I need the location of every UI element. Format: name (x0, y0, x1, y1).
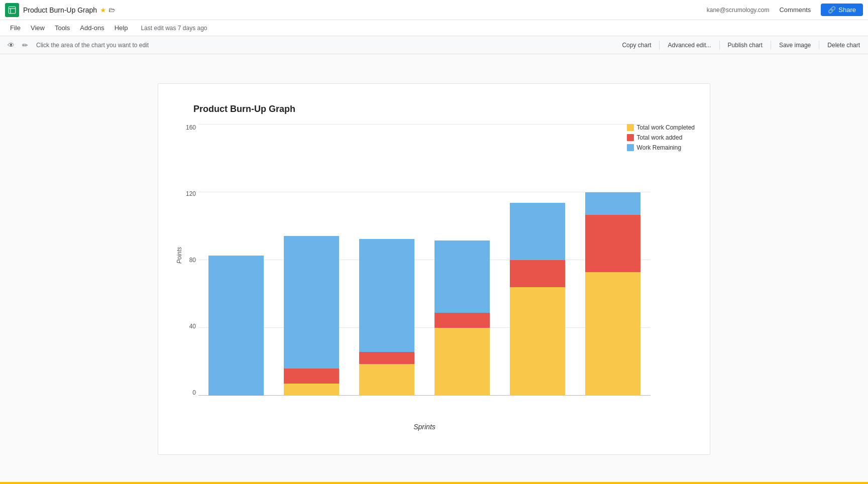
bar-blue-1 (284, 236, 339, 369)
bar-blue-2 (359, 239, 414, 352)
bar-yellow-2 (359, 364, 414, 396)
menu-addons[interactable]: Add-ons (75, 22, 109, 34)
comments-button[interactable]: Comments (775, 4, 815, 16)
bar-blue-3 (435, 240, 490, 313)
chart-action-buttons: Copy chart Advanced edit... Publish char… (618, 40, 864, 51)
menu-bar: File View Tools Add-ons Help Last edit w… (0, 20, 868, 36)
svg-rect-0 (9, 7, 16, 14)
legend-swatch-blue (627, 144, 634, 151)
chart-area: Points 0 40 80 120 160 (198, 125, 650, 396)
bar-red-4 (510, 260, 565, 287)
chart-title: Product Burn-Up Graph (193, 104, 700, 114)
menu-help[interactable]: Help (110, 22, 133, 34)
main-content: Product Burn-Up Graph Points 0 40 80 120… (0, 54, 868, 484)
bar-group-2 (359, 239, 414, 396)
legend-label-yellow: Total work Completed (637, 124, 695, 131)
bar-red-5 (585, 215, 640, 272)
bar-yellow-3 (435, 328, 490, 396)
separator (819, 41, 819, 50)
bars-container (198, 125, 650, 396)
share-label: Share (838, 6, 856, 14)
bar-group-0 (208, 256, 264, 396)
legend-label-red: Total work added (637, 134, 683, 141)
copy-chart-button[interactable]: Copy chart (618, 40, 655, 51)
x-axis-title: Sprints (198, 423, 650, 431)
share-icon: 🔗 (828, 6, 836, 14)
menu-file[interactable]: File (5, 22, 26, 34)
edit-hint: Click the area of the chart you want to … (36, 42, 149, 49)
chart-container[interactable]: Product Burn-Up Graph Points 0 40 80 120… (158, 83, 710, 455)
bar-blue-0 (208, 256, 264, 396)
bar-blue-5 (585, 192, 640, 215)
bar-red-3 (435, 313, 490, 328)
legend-item-red: Total work added (627, 134, 695, 141)
delete-chart-button[interactable]: Delete chart (823, 40, 864, 51)
bar-group-4 (510, 203, 565, 396)
y-label-160: 160 (176, 125, 196, 131)
title-right-actions: kane@scrumology.com Comments 🔗 Share (707, 4, 863, 16)
y-axis-labels: 0 40 80 120 160 (176, 125, 196, 396)
bar-yellow-1 (284, 384, 339, 396)
separator (659, 41, 660, 50)
bar-group-5 (585, 192, 640, 396)
yellow-bottom-bar (0, 482, 868, 484)
bar-group-3 (435, 240, 490, 396)
star-icon[interactable]: ★ (100, 6, 106, 14)
document-title: Product Burn-Up Graph (23, 6, 97, 14)
bar-red-2 (359, 352, 414, 364)
edit-icon[interactable]: ✏ (18, 38, 32, 52)
y-label-80: 80 (176, 257, 196, 263)
legend-item-blue: Work Remaining (627, 144, 695, 151)
bar-yellow-4 (510, 287, 565, 396)
preview-icon[interactable]: 👁 (4, 38, 18, 52)
chart-toolbar: 👁 ✏ Click the area of the chart you want… (0, 36, 868, 54)
bar-blue-4 (510, 203, 565, 260)
user-email: kane@scrumology.com (707, 7, 770, 14)
title-bar: Product Burn-Up Graph ★ 🗁 kane@scrumolog… (0, 0, 868, 20)
legend-swatch-red (627, 134, 634, 141)
legend-label-blue: Work Remaining (637, 144, 681, 151)
share-button[interactable]: 🔗 Share (821, 4, 863, 16)
y-label-120: 120 (176, 191, 196, 197)
bar-group-1 (284, 236, 339, 396)
y-label-0: 0 (176, 390, 196, 396)
bar-yellow-5 (585, 272, 640, 396)
menu-tools[interactable]: Tools (50, 22, 75, 34)
legend-swatch-yellow (627, 124, 634, 131)
legend-item-yellow: Total work Completed (627, 124, 695, 131)
separator (719, 41, 720, 50)
advanced-edit-button[interactable]: Advanced edit... (664, 40, 715, 51)
last-edit-text: Last edit was 7 days ago (141, 25, 207, 32)
app-icon (5, 3, 19, 17)
bar-red-1 (284, 369, 339, 384)
folder-icon[interactable]: 🗁 (108, 6, 115, 14)
y-label-40: 40 (176, 323, 196, 329)
chart-legend: Total work Completed Total work added Wo… (627, 124, 695, 151)
publish-chart-button[interactable]: Publish chart (724, 40, 767, 51)
separator (771, 41, 771, 50)
menu-view[interactable]: View (26, 22, 50, 34)
save-image-button[interactable]: Save image (775, 40, 815, 51)
